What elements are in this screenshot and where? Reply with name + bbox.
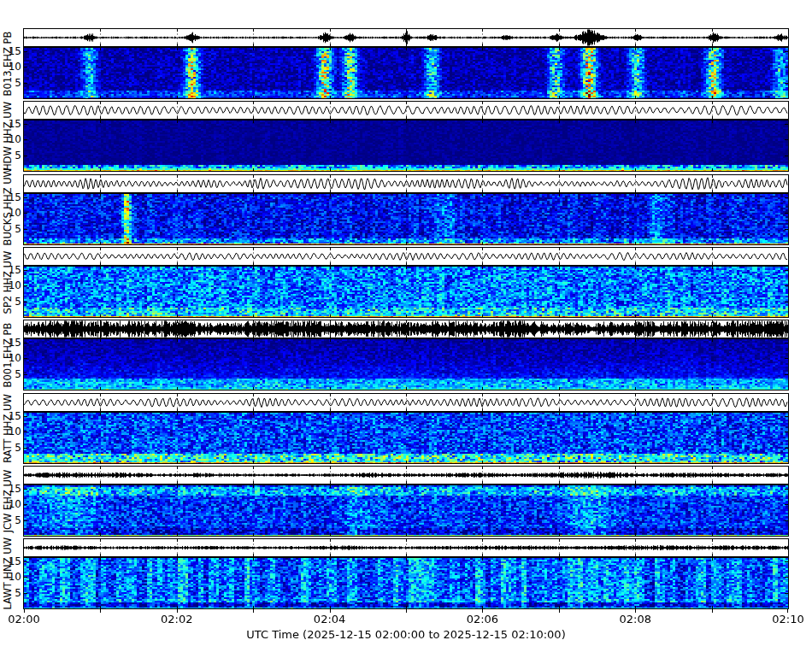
spectrogram-canvas (24, 339, 788, 390)
waveform-trace-canvas (24, 102, 788, 119)
time-tick-label: 02:02 (147, 613, 207, 625)
spectrogram-plot (23, 557, 789, 609)
multi-station-spectrogram-figure: B013 EHZ PB15105HDW HHZ UW15105BUCKS HHZ… (0, 0, 812, 646)
freq-tick-label: 10 (0, 426, 21, 438)
freq-tick-label: 15 (0, 411, 21, 422)
waveform-plot (23, 174, 789, 193)
freq-tick-label: 10 (0, 572, 21, 583)
waveform-plot (23, 538, 789, 557)
spectrogram-plot (23, 193, 789, 245)
freq-tick-label: 5 (0, 150, 21, 162)
waveform-trace-canvas (24, 467, 788, 484)
freq-tick-label: 10 (0, 208, 21, 219)
freq-tick-label: 5 (0, 78, 21, 89)
waveform-plot (23, 101, 789, 120)
freq-tick-label: 15 (0, 484, 21, 495)
freq-tick-label: 15 (0, 265, 21, 276)
waveform-plot (23, 393, 789, 412)
freq-tick-label: 10 (0, 353, 21, 364)
freq-tick-label: 5 (0, 588, 21, 599)
freq-tick-label: 15 (0, 556, 21, 567)
spectrogram-plot (23, 120, 789, 172)
spectrogram-plot (23, 412, 789, 464)
freq-tick-label: 5 (0, 369, 21, 380)
spectrogram-plot (23, 338, 789, 391)
freq-tick-label: 10 (0, 134, 21, 145)
time-tick-label: 02:04 (300, 613, 360, 625)
spectrogram-plot (23, 266, 789, 318)
waveform-trace-canvas (24, 29, 788, 46)
waveform-plot (23, 466, 789, 484)
spectrogram-plot (23, 484, 789, 537)
spectrogram-canvas (24, 413, 788, 463)
spectrogram-canvas (24, 194, 788, 244)
freq-tick-label: 5 (0, 515, 21, 526)
waveform-trace-canvas (24, 248, 788, 265)
time-tick-label: 02:08 (605, 613, 665, 625)
spectrogram-canvas (24, 120, 788, 171)
waveform-plot (23, 247, 789, 266)
waveform-plot (23, 320, 789, 338)
freq-tick-label: 15 (0, 119, 21, 130)
waveform-plot (23, 28, 789, 47)
freq-tick-label: 15 (0, 46, 21, 57)
freq-tick-label: 10 (0, 280, 21, 291)
freq-tick-label: 15 (0, 338, 21, 349)
time-tick-label: 02:10 (758, 613, 812, 625)
freq-tick-label: 5 (0, 297, 21, 308)
spectrogram-canvas (24, 485, 788, 536)
spectrogram-canvas (24, 267, 788, 317)
freq-tick-label: 10 (0, 499, 21, 510)
freq-tick-label: 15 (0, 192, 21, 203)
waveform-trace-canvas (24, 394, 788, 411)
spectrogram-plot (23, 47, 789, 99)
time-tick-label: 02:06 (452, 613, 512, 625)
freq-tick-label: 5 (0, 443, 21, 454)
spectrogram-canvas (24, 48, 788, 98)
time-tick-label: 02:00 (0, 613, 54, 625)
freq-tick-label: 10 (0, 62, 21, 73)
x-axis-ticks (24, 609, 788, 614)
spectrogram-canvas (24, 558, 788, 608)
waveform-trace-canvas (24, 320, 788, 338)
freq-tick-label: 5 (0, 224, 21, 235)
x-axis-title: UTC Time (2025-12-15 02:00:00 to 2025-12… (24, 628, 788, 641)
waveform-trace-canvas (24, 539, 788, 556)
waveform-trace-canvas (24, 175, 788, 192)
